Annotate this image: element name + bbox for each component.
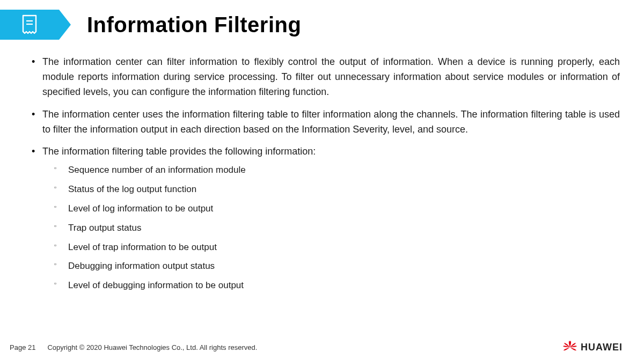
main-bullet-list: The information center can filter inform…: [30, 55, 620, 292]
list-item-text: The information filtering table provides…: [42, 146, 316, 157]
copyright-text: Copyright © 2020 Huawei Technologies Co.…: [47, 343, 257, 351]
list-item: The information filtering table provides…: [30, 144, 620, 291]
page-title: Information Filtering: [87, 13, 301, 37]
list-item: Status of the log output function: [42, 183, 620, 196]
slide-footer: Page 21 Copyright © 2020 Huawei Technolo…: [0, 340, 644, 352]
chevron-right-icon: [59, 10, 71, 40]
list-item: Debugging information output status: [42, 260, 620, 273]
list-item: Sequence number of an information module: [42, 164, 620, 177]
list-item: The information center can filter inform…: [30, 55, 620, 100]
sub-bullet-list: Sequence number of an information module…: [42, 164, 620, 292]
huawei-icon: [562, 340, 577, 352]
list-item: Level of debugging information to be out…: [42, 279, 620, 292]
document-icon: [0, 10, 59, 40]
title-badge: [0, 10, 71, 40]
brand-name: HUAWEI: [581, 342, 623, 353]
slide-header: Information Filtering: [0, 10, 644, 40]
list-item: Trap output status: [42, 222, 620, 234]
page-number: Page 21: [10, 343, 35, 351]
list-item: The information center uses the informat…: [30, 107, 620, 137]
brand-logo: HUAWEI: [562, 340, 623, 352]
slide: Information Filtering The information ce…: [0, 10, 644, 352]
slide-content: The information center can filter inform…: [30, 55, 620, 292]
list-item: Level of log information to be output: [42, 202, 620, 215]
list-item: Level of trap information to be output: [42, 241, 620, 254]
